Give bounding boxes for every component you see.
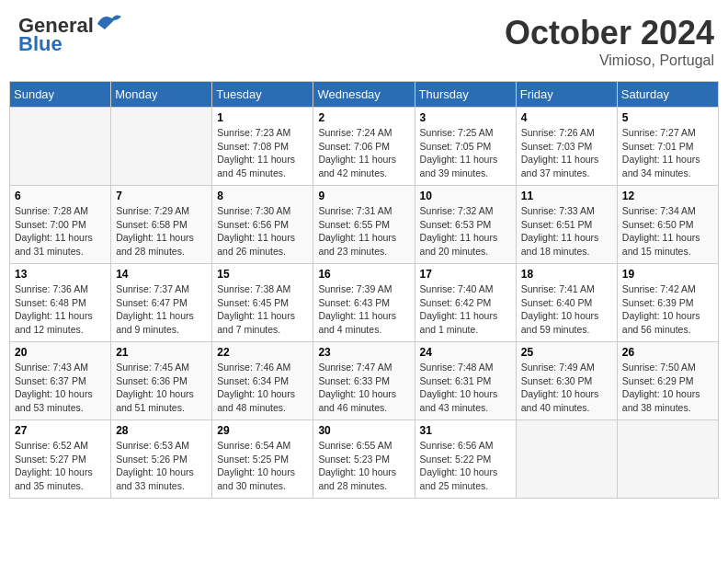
col-wednesday: Wednesday [313, 82, 415, 108]
calendar-table: Sunday Monday Tuesday Wednesday Thursday… [9, 81, 719, 499]
day-number: 7 [116, 190, 207, 202]
calendar-cell: 4Sunrise: 7:26 AM Sunset: 7:03 PM Daylig… [516, 108, 617, 186]
day-number: 4 [521, 111, 612, 124]
location: Vimioso, Portugal [505, 52, 714, 69]
col-thursday: Thursday [415, 82, 516, 108]
day-info: Sunrise: 7:30 AM Sunset: 6:56 PM Dayligh… [217, 204, 308, 259]
day-info: Sunrise: 7:29 AM Sunset: 6:58 PM Dayligh… [116, 204, 207, 259]
day-number: 27 [15, 424, 106, 437]
day-info: Sunrise: 6:53 AM Sunset: 5:26 PM Dayligh… [116, 439, 207, 493]
calendar-cell: 14Sunrise: 7:37 AM Sunset: 6:47 PM Dayli… [111, 264, 212, 342]
col-sunday: Sunday [10, 82, 111, 108]
day-number: 23 [318, 346, 409, 359]
calendar-week-row: 6Sunrise: 7:28 AM Sunset: 7:00 PM Daylig… [10, 186, 719, 264]
day-info: Sunrise: 7:32 AM Sunset: 6:53 PM Dayligh… [420, 204, 511, 259]
day-number: 15 [217, 268, 308, 281]
day-info: Sunrise: 6:52 AM Sunset: 5:27 PM Dayligh… [15, 439, 106, 493]
calendar-cell: 12Sunrise: 7:34 AM Sunset: 6:50 PM Dayli… [617, 186, 718, 264]
calendar-cell: 6Sunrise: 7:28 AM Sunset: 7:00 PM Daylig… [10, 186, 111, 264]
calendar-cell: 10Sunrise: 7:32 AM Sunset: 6:53 PM Dayli… [415, 186, 516, 264]
calendar-cell: 8Sunrise: 7:30 AM Sunset: 6:56 PM Daylig… [212, 186, 313, 264]
day-info: Sunrise: 7:43 AM Sunset: 6:37 PM Dayligh… [15, 361, 106, 415]
day-info: Sunrise: 7:38 AM Sunset: 6:45 PM Dayligh… [217, 282, 308, 337]
day-info: Sunrise: 7:36 AM Sunset: 6:48 PM Dayligh… [15, 282, 106, 337]
day-info: Sunrise: 7:33 AM Sunset: 6:51 PM Dayligh… [521, 204, 612, 259]
day-info: Sunrise: 7:26 AM Sunset: 7:03 PM Dayligh… [521, 126, 612, 180]
calendar-cell: 9Sunrise: 7:31 AM Sunset: 6:55 PM Daylig… [313, 186, 415, 264]
calendar-cell: 20Sunrise: 7:43 AM Sunset: 6:37 PM Dayli… [10, 342, 111, 420]
day-number: 24 [420, 346, 511, 359]
day-number: 25 [521, 346, 612, 359]
col-tuesday: Tuesday [212, 82, 313, 108]
day-number: 30 [318, 424, 409, 437]
day-number: 1 [217, 111, 308, 124]
day-number: 8 [217, 190, 308, 202]
calendar-cell: 18Sunrise: 7:41 AM Sunset: 6:40 PM Dayli… [516, 264, 617, 342]
calendar-cell: 26Sunrise: 7:50 AM Sunset: 6:29 PM Dayli… [617, 342, 718, 420]
day-info: Sunrise: 7:24 AM Sunset: 7:06 PM Dayligh… [318, 126, 409, 180]
calendar-cell: 17Sunrise: 7:40 AM Sunset: 6:42 PM Dayli… [415, 264, 516, 342]
calendar-cell: 27Sunrise: 6:52 AM Sunset: 5:27 PM Dayli… [10, 420, 111, 499]
calendar-cell: 29Sunrise: 6:54 AM Sunset: 5:25 PM Dayli… [212, 420, 313, 499]
calendar-cell: 28Sunrise: 6:53 AM Sunset: 5:26 PM Dayli… [111, 420, 212, 499]
day-number: 14 [116, 268, 207, 281]
day-info: Sunrise: 7:23 AM Sunset: 7:08 PM Dayligh… [217, 126, 308, 180]
day-number: 2 [318, 111, 409, 124]
calendar-cell [10, 108, 111, 186]
calendar-cell: 3Sunrise: 7:25 AM Sunset: 7:05 PM Daylig… [415, 108, 516, 186]
calendar-week-row: 1Sunrise: 7:23 AM Sunset: 7:08 PM Daylig… [10, 108, 719, 186]
month-title: October 2024 [505, 14, 714, 52]
day-number: 17 [420, 268, 511, 281]
day-number: 21 [116, 346, 207, 359]
day-number: 11 [521, 190, 612, 202]
calendar-cell: 1Sunrise: 7:23 AM Sunset: 7:08 PM Daylig… [212, 108, 313, 186]
day-info: Sunrise: 7:40 AM Sunset: 6:42 PM Dayligh… [420, 282, 511, 337]
col-saturday: Saturday [617, 82, 718, 108]
day-info: Sunrise: 7:25 AM Sunset: 7:05 PM Dayligh… [420, 126, 511, 180]
logo-blue-text: Blue [18, 32, 123, 56]
day-info: Sunrise: 7:34 AM Sunset: 6:50 PM Dayligh… [622, 204, 713, 259]
calendar-cell: 7Sunrise: 7:29 AM Sunset: 6:58 PM Daylig… [111, 186, 212, 264]
day-info: Sunrise: 7:31 AM Sunset: 6:55 PM Dayligh… [318, 204, 409, 259]
calendar-cell: 24Sunrise: 7:48 AM Sunset: 6:31 PM Dayli… [415, 342, 516, 420]
day-number: 6 [15, 190, 106, 202]
calendar-cell: 2Sunrise: 7:24 AM Sunset: 7:06 PM Daylig… [313, 108, 415, 186]
day-number: 28 [116, 424, 207, 437]
day-number: 29 [217, 424, 308, 437]
day-info: Sunrise: 6:56 AM Sunset: 5:22 PM Dayligh… [420, 439, 511, 493]
day-number: 31 [420, 424, 511, 437]
day-number: 19 [622, 268, 713, 281]
day-number: 26 [622, 346, 713, 359]
day-info: Sunrise: 7:50 AM Sunset: 6:29 PM Dayligh… [622, 361, 713, 415]
day-number: 5 [622, 111, 713, 124]
day-info: Sunrise: 7:47 AM Sunset: 6:33 PM Dayligh… [318, 361, 409, 415]
calendar-cell: 21Sunrise: 7:45 AM Sunset: 6:36 PM Dayli… [111, 342, 212, 420]
day-info: Sunrise: 7:41 AM Sunset: 6:40 PM Dayligh… [521, 282, 612, 337]
day-info: Sunrise: 7:46 AM Sunset: 6:34 PM Dayligh… [217, 361, 308, 415]
calendar-week-row: 27Sunrise: 6:52 AM Sunset: 5:27 PM Dayli… [10, 420, 719, 499]
day-number: 20 [15, 346, 106, 359]
day-number: 16 [318, 268, 409, 281]
day-number: 18 [521, 268, 612, 281]
calendar-cell: 19Sunrise: 7:42 AM Sunset: 6:39 PM Dayli… [617, 264, 718, 342]
day-number: 22 [217, 346, 308, 359]
page-header: General Blue October 2024 Vimioso, Portu… [9, 9, 719, 74]
calendar-cell [516, 420, 617, 499]
calendar-cell: 5Sunrise: 7:27 AM Sunset: 7:01 PM Daylig… [617, 108, 718, 186]
day-number: 10 [420, 190, 511, 202]
col-monday: Monday [111, 82, 212, 108]
title-area: October 2024 Vimioso, Portugal [505, 14, 714, 69]
col-friday: Friday [516, 82, 617, 108]
calendar-cell: 15Sunrise: 7:38 AM Sunset: 6:45 PM Dayli… [212, 264, 313, 342]
day-info: Sunrise: 7:49 AM Sunset: 6:30 PM Dayligh… [521, 361, 612, 415]
day-info: Sunrise: 7:37 AM Sunset: 6:47 PM Dayligh… [116, 282, 207, 337]
logo: General Blue [18, 14, 123, 56]
calendar-cell: 23Sunrise: 7:47 AM Sunset: 6:33 PM Dayli… [313, 342, 415, 420]
day-number: 3 [420, 111, 511, 124]
calendar-header-row: Sunday Monday Tuesday Wednesday Thursday… [10, 82, 719, 108]
calendar-week-row: 20Sunrise: 7:43 AM Sunset: 6:37 PM Dayli… [10, 342, 719, 420]
day-info: Sunrise: 7:48 AM Sunset: 6:31 PM Dayligh… [420, 361, 511, 415]
day-info: Sunrise: 7:28 AM Sunset: 7:00 PM Dayligh… [15, 204, 106, 259]
calendar-cell: 25Sunrise: 7:49 AM Sunset: 6:30 PM Dayli… [516, 342, 617, 420]
calendar-week-row: 13Sunrise: 7:36 AM Sunset: 6:48 PM Dayli… [10, 264, 719, 342]
